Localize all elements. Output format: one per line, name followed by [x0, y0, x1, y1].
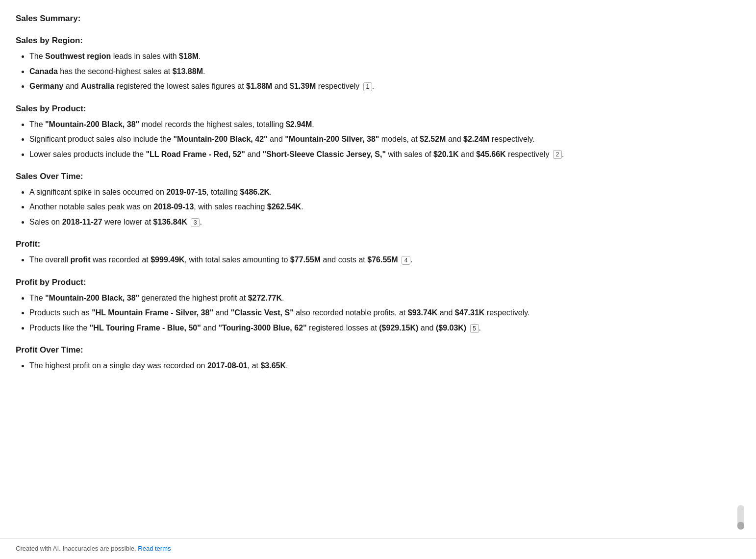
footnote-ref-4: 4: [402, 256, 410, 265]
list-item: Sales on 2018-11-27 were lower at $136.8…: [29, 216, 740, 229]
list-item: Canada has the second-highest sales at $…: [29, 65, 740, 78]
list-item: A significant spike in sales occurred on…: [29, 186, 740, 199]
heading-profit-over-time: Profit Over Time:: [16, 343, 740, 356]
list-profit-over-time: The highest profit on a single day was r…: [16, 359, 740, 372]
heading-profit: Profit:: [16, 237, 740, 251]
footnote-ref-2: 2: [553, 150, 562, 159]
list-item: The Southwest region leads in sales with…: [29, 50, 740, 63]
list-item: The "Mountain-200 Black, 38" generated t…: [29, 292, 740, 305]
list-sales-by-region: The Southwest region leads in sales with…: [16, 50, 740, 93]
list-item: The "Mountain-200 Black, 38" model recor…: [29, 118, 740, 131]
list-item: Another notable sales peak was on 2018-0…: [29, 201, 740, 213]
heading-profit-by-product: Profit by Product:: [16, 276, 740, 289]
list-item: Products like the "HL Touring Frame - Bl…: [29, 322, 740, 334]
list-item: Products such as "HL Mountain Frame - Si…: [29, 306, 740, 319]
heading-sales-summary: Sales Summary:: [16, 12, 740, 25]
footnote-ref-1: 1: [363, 82, 372, 91]
footnote-ref-5: 5: [470, 324, 479, 333]
heading-sales-by-product: Sales by Product:: [16, 102, 740, 115]
main-content: Sales Summary:Sales by Region:The Southw…: [16, 12, 740, 373]
heading-sales-by-region: Sales by Region:: [16, 34, 740, 47]
list-item: Significant product sales also include t…: [29, 133, 740, 146]
list-item: Lower sales products include the "LL Roa…: [29, 148, 740, 161]
list-profit: The overall profit was recorded at $999.…: [16, 254, 740, 266]
list-profit-by-product: The "Mountain-200 Black, 38" generated t…: [16, 292, 740, 334]
list-item: The overall profit was recorded at $999.…: [29, 254, 740, 266]
list-item: The highest profit on a single day was r…: [29, 359, 740, 372]
list-item: Germany and Australia registered the low…: [29, 80, 740, 93]
list-sales-by-product: The "Mountain-200 Black, 38" model recor…: [16, 118, 740, 161]
list-sales-over-time: A significant spike in sales occurred on…: [16, 186, 740, 229]
heading-sales-over-time: Sales Over Time:: [16, 170, 740, 183]
footnote-ref-3: 3: [191, 218, 200, 227]
